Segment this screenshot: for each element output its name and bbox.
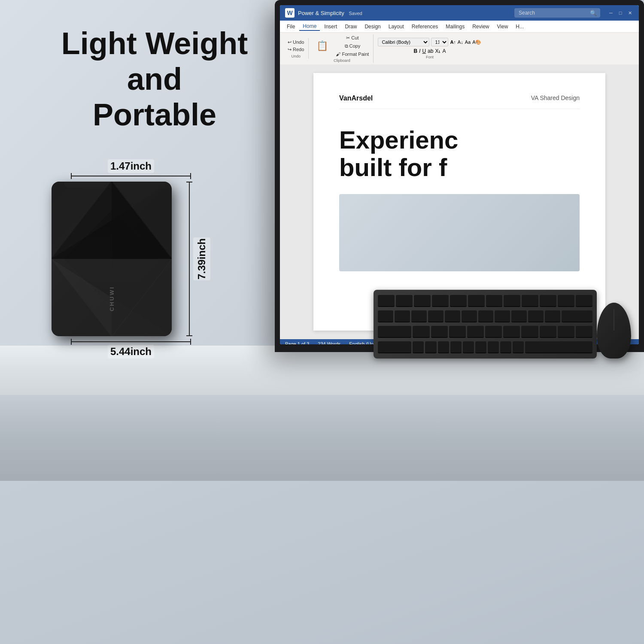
- menu-review[interactable]: Review: [469, 23, 492, 30]
- menu-mailings[interactable]: Mailings: [442, 23, 468, 30]
- font-shrink-button[interactable]: A↓: [458, 39, 463, 45]
- device-row: CHUWI: [52, 182, 210, 336]
- key-row-3: [378, 325, 592, 339]
- minimize-button[interactable]: ─: [607, 9, 615, 17]
- key-0: [545, 310, 560, 322]
- key-e: [449, 326, 466, 338]
- status-words: 234 Words: [318, 341, 340, 344]
- keyboard: [374, 290, 597, 358]
- key-i: [540, 326, 556, 338]
- menu-design[interactable]: Design: [361, 23, 384, 30]
- font-size-select[interactable]: 11: [431, 38, 448, 46]
- pc-pattern: [52, 182, 172, 336]
- key-f5: [468, 295, 485, 307]
- key-f1: [396, 295, 413, 307]
- mouse: [597, 303, 631, 358]
- heading-line1: Light Weight and: [61, 26, 248, 96]
- pc-tri-bottom-left: [52, 259, 172, 336]
- key-esc: [378, 295, 395, 307]
- word-search-box[interactable]: Search 🔍: [514, 8, 600, 18]
- font-grow-button[interactable]: A↑: [450, 39, 456, 45]
- key-t: [485, 326, 502, 338]
- menu-references[interactable]: References: [408, 23, 441, 30]
- bold-button[interactable]: B: [413, 48, 417, 54]
- status-page: Page 1 of 3: [285, 341, 309, 344]
- format-paint-button[interactable]: 🖌 Format Paint: [334, 51, 371, 58]
- key-row-1: [378, 294, 592, 308]
- key-q: [413, 326, 429, 338]
- key-d: [438, 341, 449, 353]
- key-s: [425, 341, 436, 353]
- toolbar-clipboard-group: 📋 ✂ Cut ⧉ Copy 🖌 Format Paint Clipboard: [310, 34, 374, 63]
- menu-layout[interactable]: Layout: [385, 23, 407, 30]
- key-5: [462, 310, 477, 322]
- dim-line-horizontal-bottom: [71, 341, 191, 342]
- menu-home[interactable]: Home: [299, 22, 320, 31]
- pc-tri-top-right: [112, 182, 172, 259]
- doc-image-placeholder: [339, 194, 580, 271]
- key-g: [463, 341, 474, 353]
- keyboard-wrapper: [374, 290, 597, 358]
- key-2: [411, 310, 427, 322]
- key-f11: [576, 295, 592, 307]
- key-f3: [432, 295, 449, 307]
- doc-main-heading: Experienc built for f: [339, 126, 580, 181]
- key-4: [445, 310, 460, 322]
- key-7: [495, 310, 510, 322]
- doc-heading-line2: built for f: [339, 154, 580, 181]
- key-backtick: [378, 310, 393, 322]
- menu-file[interactable]: File: [283, 23, 298, 30]
- key-tab: [378, 326, 411, 338]
- dim-line-horizontal-top: [71, 176, 191, 176]
- word-document-title: Power & Simplicity Saved: [298, 10, 511, 16]
- key-f9: [540, 295, 556, 307]
- word-app-icon: W: [285, 8, 295, 18]
- word-menu-bar: File Home Insert Draw Design Layout Refe…: [280, 21, 639, 33]
- search-icon: 🔍: [590, 10, 597, 16]
- paste-button[interactable]: 📋: [313, 40, 331, 52]
- key-k: [500, 341, 511, 353]
- pc-tri-bottom-right: [112, 259, 172, 336]
- font-highlight-button[interactable]: A: [442, 48, 446, 54]
- key-row-2: [378, 310, 592, 323]
- undo-label: Undo: [291, 54, 301, 58]
- key-r: [467, 326, 484, 338]
- copy-button[interactable]: ⧉ Copy: [334, 43, 371, 50]
- font-name-select[interactable]: Calibri (Body): [378, 38, 429, 46]
- redo-button[interactable]: ↪ Redo: [286, 46, 306, 53]
- word-titlebar: W Power & Simplicity Saved Search 🔍 ─: [280, 5, 639, 21]
- dim-height-wrapper: 7.39inch: [189, 182, 210, 336]
- key-f10: [558, 295, 574, 307]
- key-w: [431, 326, 448, 338]
- italic-button[interactable]: I: [419, 48, 420, 54]
- key-1: [395, 310, 410, 322]
- cut-button[interactable]: ✂ Cut: [334, 34, 371, 42]
- key-9: [528, 310, 544, 322]
- font-case-button[interactable]: Aa: [465, 39, 471, 45]
- dim-top-wrapper: 1.47inch: [52, 159, 210, 176]
- menu-insert[interactable]: Insert: [321, 23, 340, 30]
- key-y: [503, 326, 520, 338]
- menu-more[interactable]: H...: [512, 23, 527, 30]
- mini-pc: CHUWI: [52, 182, 172, 336]
- subscript-button[interactable]: X₁: [435, 48, 440, 54]
- strikethrough-button[interactable]: ab: [428, 48, 433, 54]
- underline-button[interactable]: U: [422, 48, 426, 54]
- key-o: [558, 326, 574, 338]
- menu-draw[interactable]: Draw: [341, 23, 360, 30]
- font-label: Font: [426, 55, 434, 59]
- undo-button[interactable]: ↩ Undo: [286, 39, 306, 46]
- menu-view[interactable]: View: [494, 23, 512, 30]
- font-color-button[interactable]: A🎨: [472, 39, 481, 45]
- key-8: [511, 310, 527, 322]
- dim-bottom-wrapper: 5.44inch: [52, 341, 210, 358]
- dim-height-label: 7.39inch: [193, 237, 210, 280]
- dim-width-label: 1.47inch: [108, 159, 154, 173]
- heading-line2: Portable: [93, 97, 216, 132]
- close-button[interactable]: ✕: [626, 9, 634, 17]
- toolbar-font-group: Calibri (Body) 11 A↑ A↓ Aa A🎨: [375, 38, 484, 59]
- top-section: Light Weight and Portable 1.47inch: [0, 0, 644, 395]
- key-a: [413, 341, 424, 353]
- key-f: [450, 341, 462, 353]
- maximize-button[interactable]: □: [617, 9, 624, 17]
